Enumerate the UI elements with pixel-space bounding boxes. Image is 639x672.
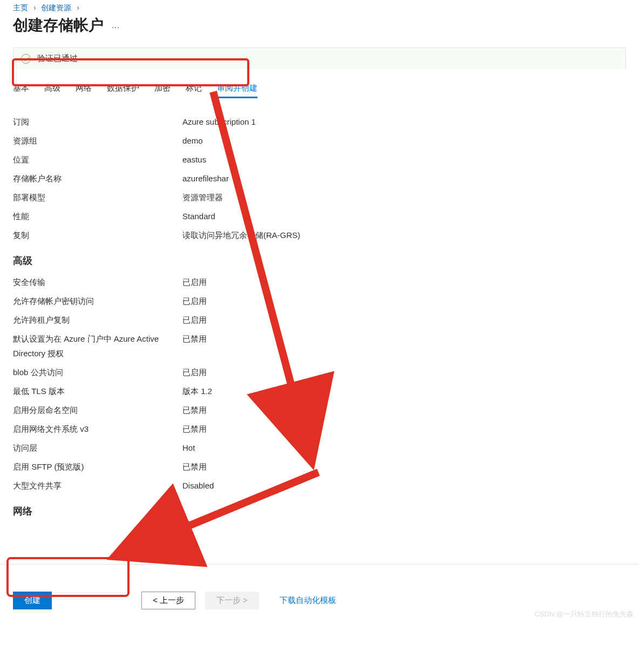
label-min-tls: 最低 TLS 版本 xyxy=(13,384,182,398)
value-storage-name: azurefileshar xyxy=(182,171,229,186)
row-cross-tenant: 允许跨租户复制 已启用 xyxy=(13,313,626,327)
label-subscription: 订阅 xyxy=(13,114,182,129)
breadcrumb-create-resource[interactable]: 创建资源 xyxy=(41,3,71,12)
row-deploy-model: 部署模型 资源管理器 xyxy=(13,190,626,205)
row-storage-name: 存储帐户名称 azurefileshar xyxy=(13,171,626,186)
section-advanced-title: 高级 xyxy=(13,254,626,267)
label-storage-name: 存储帐户名称 xyxy=(13,171,182,186)
label-blob-public: blob 公共访问 xyxy=(13,365,182,379)
row-key-access: 允许存储帐户密钥访问 已启用 xyxy=(13,294,626,308)
label-cross-tenant: 允许跨租户复制 xyxy=(13,313,182,327)
row-min-tls: 最低 TLS 版本 版本 1.2 xyxy=(13,384,626,398)
row-blob-public: blob 公共访问 已启用 xyxy=(13,365,626,379)
section-network-title: 网络 xyxy=(13,505,626,518)
row-secure-transfer: 安全传输 已启用 xyxy=(13,275,626,289)
tab-advanced[interactable]: 高级 xyxy=(44,83,60,98)
value-cross-tenant: 已启用 xyxy=(182,313,207,327)
value-location: eastus xyxy=(182,152,206,167)
row-aad-default: 默认设置为在 Azure 门户中 Azure Active Directory … xyxy=(13,331,626,361)
tab-encryption[interactable]: 加密 xyxy=(154,83,171,98)
row-performance: 性能 Standard xyxy=(13,209,626,223)
label-location: 位置 xyxy=(13,152,182,167)
tab-data-protection[interactable]: 数据保护 xyxy=(107,83,139,98)
row-large-fs: 大型文件共享 Disabled xyxy=(13,478,626,493)
breadcrumb: 主页 › 创建资源 › xyxy=(13,0,626,13)
row-resource-group: 资源组 demo xyxy=(13,133,626,148)
validation-status: 验证已通过 xyxy=(13,47,626,69)
tab-basic[interactable]: 基本 xyxy=(13,83,29,98)
value-secure-transfer: 已启用 xyxy=(182,275,207,289)
value-replication: 读取访问异地冗余存储(RA-GRS) xyxy=(182,228,300,242)
value-access-tier: Hot xyxy=(182,440,195,455)
label-large-fs: 大型文件共享 xyxy=(13,478,182,493)
value-large-fs: Disabled xyxy=(182,478,214,493)
value-nfs: 已禁用 xyxy=(182,422,207,436)
value-blob-public: 已启用 xyxy=(182,365,207,379)
create-button[interactable]: 创建 xyxy=(13,592,52,609)
row-subscription: 订阅 Azure subscription 1 xyxy=(13,114,626,129)
label-deploy-model: 部署模型 xyxy=(13,190,182,205)
breadcrumb-sep: › xyxy=(77,3,79,12)
label-aad-default: 默认设置为在 Azure 门户中 Azure Active Directory … xyxy=(13,331,182,361)
tabs: 基本 高级 网络 数据保护 加密 标记 审阅并创建 xyxy=(13,83,626,98)
value-aad-default: 已禁用 xyxy=(182,331,207,361)
tab-review-create[interactable]: 审阅并创建 xyxy=(217,83,257,98)
value-performance: Standard xyxy=(182,209,215,223)
value-sftp: 已禁用 xyxy=(182,459,207,474)
label-key-access: 允许存储帐户密钥访问 xyxy=(13,294,182,308)
previous-button[interactable]: < 上一步 xyxy=(141,592,195,609)
label-hns: 启用分层命名空间 xyxy=(13,403,182,417)
value-subscription: Azure subscription 1 xyxy=(182,114,256,129)
watermark: CSDN @一只特立独行的兔先森 xyxy=(534,609,634,619)
label-resource-group: 资源组 xyxy=(13,133,182,148)
download-template-link[interactable]: 下载自动化模板 xyxy=(280,595,336,606)
label-nfs: 启用网络文件系统 v3 xyxy=(13,422,182,436)
label-secure-transfer: 安全传输 xyxy=(13,275,182,289)
label-replication: 复制 xyxy=(13,228,182,242)
row-hns: 启用分层命名空间 已禁用 xyxy=(13,403,626,417)
row-sftp: 启用 SFTP (预览版) 已禁用 xyxy=(13,459,626,474)
value-resource-group: demo xyxy=(182,133,203,148)
label-sftp: 启用 SFTP (预览版) xyxy=(13,459,182,474)
row-nfs: 启用网络文件系统 v3 已禁用 xyxy=(13,422,626,436)
row-access-tier: 访问层 Hot xyxy=(13,440,626,455)
label-access-tier: 访问层 xyxy=(13,440,182,455)
value-hns: 已禁用 xyxy=(182,403,207,417)
label-performance: 性能 xyxy=(13,209,182,223)
check-icon xyxy=(21,54,31,64)
value-key-access: 已启用 xyxy=(182,294,207,308)
row-location: 位置 eastus xyxy=(13,152,626,167)
tab-network[interactable]: 网络 xyxy=(76,83,92,98)
page-title: 创建存储帐户 xyxy=(13,15,104,36)
tab-tags[interactable]: 标记 xyxy=(186,83,202,98)
value-min-tls: 版本 1.2 xyxy=(182,384,212,398)
breadcrumb-sep: › xyxy=(33,3,36,12)
value-deploy-model: 资源管理器 xyxy=(182,190,223,205)
validation-text: 验证已通过 xyxy=(37,53,78,64)
more-menu[interactable]: … xyxy=(111,21,121,30)
next-button[interactable]: 下一步 > xyxy=(205,592,259,609)
breadcrumb-home[interactable]: 主页 xyxy=(13,3,28,12)
row-replication: 复制 读取访问异地冗余存储(RA-GRS) xyxy=(13,228,626,242)
